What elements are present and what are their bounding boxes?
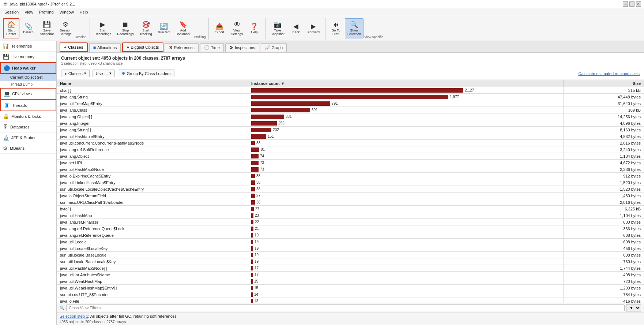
col-header-size[interactable]: Size — [563, 80, 644, 87]
table-row[interactable]: java.util.WeakHashMap15720 bytes — [57, 278, 644, 285]
cell-size: 4,096 bytes — [563, 120, 644, 127]
filter-dropdown[interactable]: ▼ — [626, 304, 641, 311]
stop-recordings-button[interactable]: ⏹ StopRecordings — [114, 18, 136, 38]
table-row[interactable]: java.io.ExpiringCache$Entry38912 bytes — [57, 173, 644, 179]
session-label: Session — [75, 35, 87, 40]
status-info: Selection step 1: All objects after full… — [57, 313, 644, 320]
table-row[interactable]: sun.nio.cs.UTF_8$Encoder14784 bytes — [57, 291, 644, 298]
sidebar-item-heap-walker[interactable]: 🔵 Heap walker — [0, 62, 56, 74]
start-center-button[interactable]: 🏠 StartCenter — [3, 18, 19, 38]
table-row[interactable]: java.lang.ref.ReferenceQueue19608 bytes — [57, 232, 644, 239]
table-row[interactable]: java.util.WeakHashMap$Entry[ ]151,200 by… — [57, 285, 644, 291]
sidebar-item-telemetries[interactable]: 📊 Telemetries — [0, 41, 56, 52]
start-recordings-button[interactable]: ▶ StartRecordings — [92, 18, 114, 38]
menu-view[interactable]: View — [22, 9, 36, 15]
sidebar-item-current-object-set[interactable]: Current Object Set — [0, 74, 56, 81]
col-header-name[interactable]: Name — [57, 80, 248, 87]
table-row[interactable]: sun.util.locale.BaseLocale19608 bytes — [57, 252, 644, 258]
table-row[interactable]: java.net.URL734,672 bytes — [57, 160, 644, 166]
table-row[interactable]: sun.util.locale.LocaleObjectCache$CacheE… — [57, 186, 644, 193]
tab-inspections[interactable]: ⚙ Inspections — [225, 43, 259, 52]
menu-profiling[interactable]: Profiling — [36, 9, 57, 15]
allocations-tab-icon: ■ — [93, 45, 96, 50]
show-selection-button[interactable]: 🔍 ShowSelection — [345, 18, 364, 38]
start-tracking-button[interactable]: 🎯 StartTracking — [137, 18, 155, 38]
col-header-instance-count[interactable]: Instance count ▼ — [248, 80, 564, 87]
tab-graph[interactable]: 📈 Graph — [261, 43, 287, 52]
table-row[interactable]: java.lang.Object[ ]33114,256 bytes — [57, 113, 644, 120]
window-controls[interactable]: — □ ✕ — [623, 1, 641, 7]
table-row[interactable]: java.util.TreeMap$Entry79131,640 bytes — [57, 100, 644, 107]
table-row[interactable]: java.lang.Class591189 kB — [57, 107, 644, 113]
sidebar-item-jee-probes[interactable]: 🔬 JEE & Probes — [0, 132, 56, 143]
table-row[interactable]: java.lang.Integer2564,096 bytes — [57, 120, 644, 127]
selection-step-link[interactable]: Selection step 1 — [60, 314, 88, 318]
table-row[interactable]: java.io.ObjectStreamField371,480 bytes — [57, 193, 644, 199]
help-button[interactable]: ❓ Help — [246, 18, 263, 38]
table-row[interactable]: java.lang.ref.ReferenceQueue$Lock21336 b… — [57, 225, 644, 232]
table-row[interactable]: java.util.concurrent.ConcurrentHashMap$N… — [57, 140, 644, 146]
tab-allocations[interactable]: ■ Allocations — [89, 43, 121, 52]
back-button[interactable]: ◀ Back — [288, 18, 304, 38]
cell-instance-count: 73 — [248, 166, 564, 173]
sidebar-item-thread-dump[interactable]: Thread Dump — [0, 81, 56, 88]
table-row[interactable]: java.util.LinkedHashMap$Entry381,520 byt… — [57, 179, 644, 186]
tab-biggest-objects[interactable]: ● Biggest Objects — [122, 42, 163, 52]
tab-classes[interactable]: ● Classes — [60, 42, 88, 52]
view-settings-button[interactable]: 👁 ViewSettings — [228, 18, 245, 38]
menu-help[interactable]: Help — [77, 9, 91, 15]
sidebar-item-monitors-locks[interactable]: 🔒 Monitors & locks — [0, 111, 56, 122]
take-snapshot-button[interactable]: 📷 TakeSnapshot — [268, 18, 287, 38]
table-row[interactable]: sun.util.locale.BaseLocale$Key19760 byte… — [57, 258, 644, 265]
stop-rec-icon: ⏹ — [122, 21, 129, 28]
save-snapshot-button[interactable]: 💾 SaveSnapshot — [37, 18, 56, 38]
table-row[interactable]: java.lang.String1,97747,448 bytes — [57, 94, 644, 100]
table-row[interactable]: java.util.Locale19608 bytes — [57, 239, 644, 245]
export-button[interactable]: 📤 Export — [211, 18, 227, 38]
sidebar-item-databases[interactable]: 🗄 Databases — [0, 122, 56, 132]
menu-window[interactable]: Window — [57, 9, 77, 15]
table-row[interactable]: java.util.HashMap231,104 bytes — [57, 212, 644, 219]
sidebar-item-mbeans[interactable]: ⚙ MBeans — [0, 143, 56, 154]
table-row[interactable]: char[ ]2,127315 kB — [57, 87, 644, 94]
run-gc-button[interactable]: 🔄 Run GC — [155, 18, 173, 38]
session-settings-button[interactable]: ⚙ SessionSettings — [57, 18, 74, 38]
filter-input[interactable] — [66, 305, 625, 311]
tab-references[interactable]: ✖ References — [165, 43, 199, 52]
forward-button[interactable]: ▶ Forward — [305, 18, 322, 38]
close-btn[interactable]: ✕ — [636, 1, 641, 7]
classes-dropdown[interactable]: ● Classes ▾ — [61, 70, 90, 77]
tab-time[interactable]: 🕐 Time — [200, 43, 224, 52]
minimize-btn[interactable]: — — [623, 1, 628, 7]
table-row[interactable]: java.lang.ref.SoftReference813,240 bytes — [57, 146, 644, 153]
table-row[interactable]: sun.misc.URLClassPath$JarLoader362,016 b… — [57, 199, 644, 206]
data-table-container: Name Instance count ▼ Size char[ ]2,1273… — [57, 80, 644, 303]
sidebar-item-cpu-views[interactable]: 💻 CPU views — [0, 88, 56, 100]
table-row[interactable]: java.io.File13416 bytes — [57, 298, 644, 303]
go-to-start-button[interactable]: ⏮ Go ToStart — [328, 18, 344, 38]
detach-button[interactable]: 📎 Detach — [20, 18, 37, 38]
table-row[interactable]: java.util.HashMap$Node732,336 bytes — [57, 166, 644, 173]
sidebar-item-live-memory[interactable]: 💾 Live memory — [0, 52, 56, 62]
cell-size: 1,184 bytes — [563, 153, 644, 160]
table-row[interactable]: java.util.jar.Attributes$Name17408 bytes — [57, 272, 644, 278]
cell-instance-count: 13 — [248, 298, 564, 303]
add-bookmark-button[interactable]: 🔖 AddBookmark — [173, 18, 193, 38]
mbeans-icon: ⚙ — [3, 145, 8, 151]
table-row[interactable]: java.lang.String[ ]2028,160 bytes — [57, 127, 644, 133]
table-row[interactable]: java.util.Hashtable$Entry1514,832 bytes — [57, 133, 644, 140]
group-by-class-loaders-button[interactable]: ⊕ Group By Class Loaders — [118, 70, 174, 77]
maximize-btn[interactable]: □ — [629, 1, 634, 7]
table-row[interactable]: byte[ ]276,325 kB — [57, 206, 644, 212]
main-toolbar: 🏠 StartCenter 📎 Detach 💾 SaveSnapshot ⚙ … — [0, 16, 644, 41]
sidebar-item-threads[interactable]: 🧵 Threads — [0, 100, 56, 111]
use-button[interactable]: Use … ▾ — [93, 70, 115, 77]
table-row[interactable]: java.util.HashMap$Node[ ]171,744 bytes — [57, 265, 644, 272]
table-row[interactable]: java.lang.Object741,184 bytes — [57, 153, 644, 160]
table-row[interactable]: java.lang.ref.Finalizer22880 bytes — [57, 219, 644, 225]
calculate-retained-sizes-link[interactable]: Calculate estimated retained sizes — [578, 71, 640, 76]
table-row[interactable]: java.util.Locale$LocaleKey19456 bytes — [57, 245, 644, 252]
menu-session[interactable]: Session — [1, 9, 22, 15]
sidebar: 📊 Telemetries 💾 Live memory 🔵 Heap walke… — [0, 41, 57, 325]
toolbar-view-specific-group: ⏮ Go ToStart 🔍 ShowSelection View specif… — [328, 18, 386, 40]
